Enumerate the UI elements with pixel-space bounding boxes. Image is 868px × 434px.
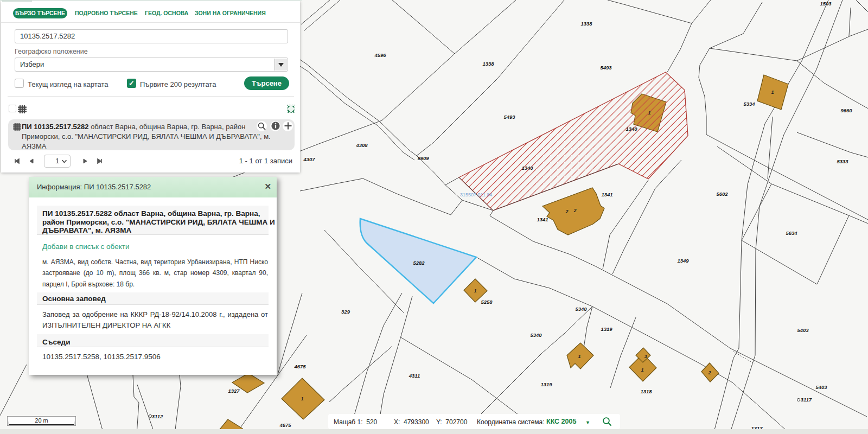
svg-text:4311: 4311 [409, 373, 420, 379]
svg-text:5334: 5334 [743, 101, 755, 107]
svg-text:1318: 1318 [640, 388, 652, 394]
svg-text:5340: 5340 [575, 306, 587, 312]
svg-text:2: 2 [565, 209, 569, 214]
svg-text:1341: 1341 [537, 216, 548, 222]
svg-text:1: 1 [474, 288, 477, 293]
svg-text:5634: 5634 [786, 230, 797, 236]
svg-text:3112: 3112 [152, 413, 163, 419]
svg-text:1: 1 [641, 367, 644, 373]
svg-text:3: 3 [644, 354, 647, 359]
svg-text:5493: 5493 [503, 114, 515, 120]
svg-text:1503: 1503 [820, 1, 832, 7]
svg-text:315507.011.84: 315507.011.84 [460, 192, 492, 197]
svg-text:1: 1 [771, 90, 774, 95]
svg-text:1340: 1340 [626, 126, 637, 132]
svg-text:9660: 9660 [840, 107, 852, 113]
svg-text:1341: 1341 [601, 192, 612, 197]
svg-text:4308: 4308 [355, 142, 368, 148]
svg-text:3117: 3117 [801, 397, 812, 403]
svg-text:329: 329 [341, 309, 350, 315]
svg-text:1: 1 [301, 396, 304, 401]
svg-text:1319: 1319 [540, 381, 552, 387]
svg-text:2: 2 [708, 370, 711, 375]
svg-text:5403: 5403 [815, 384, 827, 390]
svg-text:4596: 4596 [374, 52, 386, 58]
svg-text:1: 1 [578, 354, 581, 359]
svg-text:5258: 5258 [481, 299, 493, 305]
svg-text:1327: 1327 [228, 388, 240, 394]
svg-text:2: 2 [573, 208, 577, 213]
svg-text:1338: 1338 [482, 61, 494, 67]
svg-text:5282: 5282 [413, 260, 425, 266]
svg-text:1338: 1338 [580, 21, 592, 27]
svg-text:4675: 4675 [279, 422, 291, 428]
svg-text:4675: 4675 [293, 363, 306, 369]
svg-text:5333: 5333 [837, 158, 848, 164]
svg-text:1340: 1340 [521, 165, 533, 171]
svg-text:5340: 5340 [530, 332, 542, 338]
svg-text:1: 1 [648, 110, 651, 116]
svg-text:1319: 1319 [601, 326, 612, 332]
svg-text:5403: 5403 [797, 327, 809, 333]
svg-text:1349: 1349 [677, 258, 689, 264]
svg-text:9909: 9909 [417, 155, 429, 161]
svg-text:5602: 5602 [716, 191, 728, 197]
svg-text:4307: 4307 [303, 156, 315, 162]
svg-text:5493: 5493 [600, 65, 612, 71]
